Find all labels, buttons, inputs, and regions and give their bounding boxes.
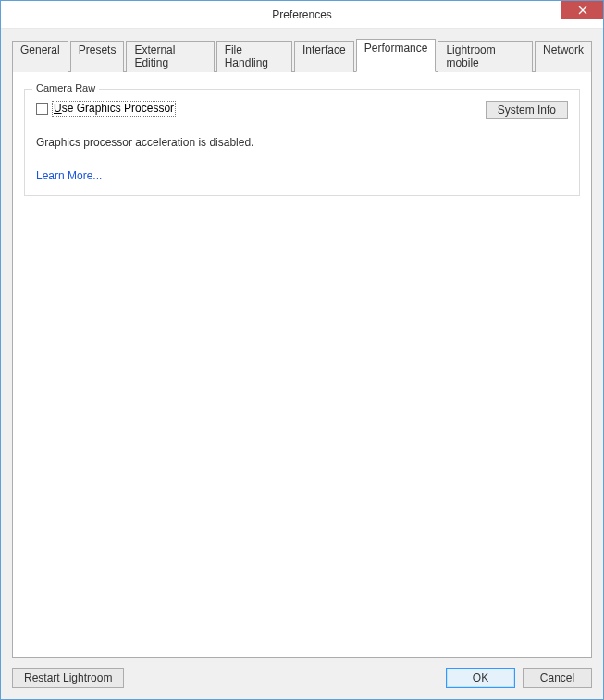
tab-network[interactable]: Network	[535, 41, 592, 72]
tab-interface[interactable]: Interface	[294, 41, 354, 72]
gpu-status-text: Graphics processor acceleration is disab…	[36, 136, 568, 149]
footer-right: OK Cancel	[446, 668, 592, 688]
system-info-button[interactable]: System Info	[486, 101, 568, 119]
checkbox-icon	[36, 103, 48, 115]
titlebar: Preferences	[1, 1, 603, 29]
tab-presets[interactable]: Presets	[70, 41, 125, 72]
tab-performance[interactable]: Performance	[356, 39, 437, 72]
close-button[interactable]	[561, 1, 603, 19]
cancel-button[interactable]: Cancel	[523, 668, 592, 688]
window-title: Preferences	[1, 8, 603, 21]
tab-general[interactable]: General	[12, 41, 68, 72]
use-gpu-label: Use Graphics Processor	[52, 101, 176, 117]
restart-lightroom-button[interactable]: Restart Lightroom	[12, 668, 124, 688]
ok-button[interactable]: OK	[446, 668, 515, 688]
tab-row: General Presets External Editing File Ha…	[12, 40, 592, 71]
learn-more-link[interactable]: Learn More...	[36, 169, 102, 182]
gpu-row: Use Graphics Processor System Info	[36, 101, 568, 119]
tab-external-editing[interactable]: External Editing	[126, 41, 214, 72]
use-gpu-checkbox[interactable]: Use Graphics Processor	[36, 101, 176, 117]
tab-panel-performance: Camera Raw Use Graphics Processor System…	[12, 71, 592, 658]
groupbox-legend: Camera Raw	[32, 82, 99, 93]
tab-file-handling[interactable]: File Handling	[216, 41, 292, 72]
tab-lightroom-mobile[interactable]: Lightroom mobile	[438, 41, 533, 72]
groupbox-camera-raw: Camera Raw Use Graphics Processor System…	[24, 89, 580, 196]
close-icon	[578, 6, 587, 15]
dialog-body: General Presets External Editing File Ha…	[1, 29, 603, 699]
dialog-footer: Restart Lightroom OK Cancel	[12, 658, 592, 688]
tabs-container: General Presets External Editing File Ha…	[12, 40, 592, 658]
